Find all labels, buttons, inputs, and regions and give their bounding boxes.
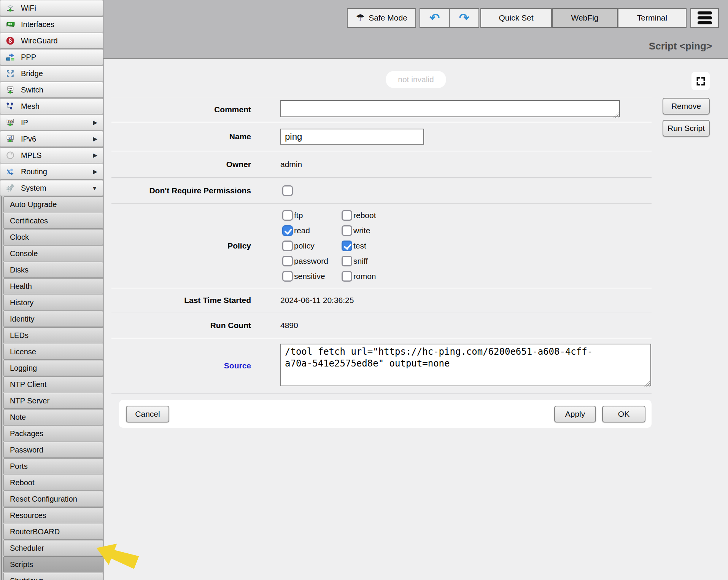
apply-button[interactable]: Apply: [554, 406, 596, 422]
policy-checkbox-write[interactable]: [342, 225, 352, 236]
policy-checkbox-read[interactable]: [282, 225, 293, 236]
sidebar-item-ppp[interactable]: PPP: [0, 49, 103, 65]
sidebar-item-scripts[interactable]: Scripts: [3, 556, 103, 572]
sidebar-item-reset-configuration[interactable]: Reset Configuration: [3, 491, 103, 507]
sidebar-item-label: WiFi: [21, 4, 36, 13]
policy-checkbox-label: test: [353, 241, 366, 250]
policy-option-sniff: sniff: [340, 255, 376, 267]
hamburger-icon: [698, 11, 712, 24]
sidebar-item-wifi[interactable]: WiFi: [0, 0, 103, 16]
redo-button[interactable]: ↷: [449, 9, 479, 27]
source-input[interactable]: [280, 344, 651, 386]
interfaces-icon: [6, 20, 15, 29]
sidebar-item-mpls[interactable]: MPLS▶: [0, 147, 103, 163]
sidebar-item-auto-upgrade[interactable]: Auto Upgrade: [3, 196, 103, 212]
dont-require-permissions-checkbox[interactable]: [282, 185, 293, 196]
sidebar-item-logging[interactable]: Logging: [3, 360, 103, 376]
menu-button[interactable]: [690, 8, 719, 28]
sidebar-item-clock[interactable]: Clock: [3, 229, 103, 245]
sidebar-item-password[interactable]: Password: [3, 442, 103, 458]
sidebar-item-history[interactable]: History: [3, 295, 103, 311]
sidebar-item-label: License: [10, 347, 36, 356]
undo-icon: ↶: [429, 12, 440, 24]
owner-label: Owner: [111, 160, 251, 169]
chevron-right-icon: ▶: [93, 168, 100, 175]
policy-checkbox-test[interactable]: [342, 241, 352, 251]
sidebar-item-ntp-client[interactable]: NTP Client: [3, 376, 103, 392]
sidebar-item-resources[interactable]: Resources: [3, 507, 103, 523]
policy-column-2: rebootwritetestsniffromon: [340, 209, 376, 282]
cancel-button[interactable]: Cancel: [126, 406, 169, 422]
sidebar-item-ipv6[interactable]: v6IPv6▶: [0, 131, 103, 147]
policy-option-policy: policy: [280, 239, 340, 252]
sidebar-item-ports[interactable]: Ports: [3, 458, 103, 474]
sidebar-item-routing[interactable]: Routing▶: [0, 164, 103, 180]
policy-option-ftp: ftp: [280, 209, 340, 221]
sidebar-item-label: Packages: [10, 429, 43, 438]
policy-checkbox-label: ftp: [294, 211, 303, 220]
policy-checkbox-policy[interactable]: [282, 241, 293, 251]
sidebar-system-submenu: Auto UpgradeCertificatesClockConsoleDisk…: [1, 196, 103, 580]
sidebar-item-reboot[interactable]: Reboot: [3, 475, 103, 491]
sidebar-item-switch[interactable]: Switch: [0, 82, 103, 98]
webfig-page: WiFiInterfacesWireGuardPPPBridgeSwitchMe…: [0, 0, 728, 580]
policy-checkbox-reboot[interactable]: [342, 210, 352, 221]
tab-webfig[interactable]: WebFig: [552, 8, 618, 28]
policy-option-reboot: reboot: [340, 209, 376, 221]
policy-checkbox-ftp[interactable]: [282, 210, 293, 221]
policy-checkbox-password[interactable]: [282, 256, 293, 266]
sidebar-item-wireguard[interactable]: WireGuard: [0, 33, 103, 49]
chevron-right-icon: ▶: [93, 135, 100, 142]
sidebar-item-leds[interactable]: LEDs: [3, 327, 103, 343]
sidebar-item-bridge[interactable]: Bridge: [0, 65, 103, 81]
sidebar-item-scheduler[interactable]: Scheduler: [3, 540, 103, 556]
policy-checkbox-sensitive[interactable]: [282, 271, 293, 282]
comment-input[interactable]: [280, 100, 620, 117]
sidebar-item-disks[interactable]: Disks: [3, 262, 103, 278]
sidebar-item-mesh[interactable]: Mesh: [0, 98, 103, 114]
tab-quick-set[interactable]: Quick Set: [480, 8, 552, 28]
sidebar-item-license[interactable]: License: [3, 344, 103, 360]
ip-icon: 255: [6, 118, 15, 127]
last-time-started-row: Last Time Started 2024-06-11 20:36:25: [111, 288, 652, 312]
policy-option-write: write: [340, 224, 376, 237]
sidebar-item-label: Scripts: [10, 560, 33, 569]
ppp-icon: [6, 53, 15, 62]
sidebar-item-routerboard[interactable]: RouterBOARD: [3, 524, 103, 540]
run-script-button[interactable]: Run Script: [663, 120, 710, 137]
sidebar-item-packages[interactable]: Packages: [3, 425, 103, 441]
wifi-icon: [6, 3, 15, 13]
name-input[interactable]: [280, 129, 424, 145]
sidebar-item-certificates[interactable]: Certificates: [3, 213, 103, 229]
name-label: Name: [111, 132, 251, 141]
policy-checkbox-romon[interactable]: [342, 271, 352, 282]
sidebar-item-label: Logging: [10, 364, 37, 373]
undo-button[interactable]: ↶: [420, 9, 449, 27]
script-form: Comment Name Owner admin Don't Require P…: [111, 97, 652, 394]
policy-option-romon: romon: [340, 270, 376, 282]
sidebar-item-note[interactable]: Note: [3, 409, 103, 425]
fullscreen-button[interactable]: [691, 72, 710, 90]
sidebar-item-system[interactable]: System▼: [0, 180, 103, 196]
sidebar-item-shutdown[interactable]: Shutdown: [3, 573, 103, 580]
redo-icon: ↷: [459, 12, 469, 24]
sidebar-item-label: Interfaces: [21, 20, 54, 29]
sidebar-item-label: RouterBOARD: [10, 527, 60, 536]
run-count-value: 4890: [280, 321, 298, 330]
safe-mode-button[interactable]: ☂ Safe Mode: [347, 8, 416, 28]
ok-button[interactable]: OK: [602, 406, 645, 422]
tab-terminal[interactable]: Terminal: [618, 8, 687, 28]
sidebar-item-identity[interactable]: Identity: [3, 311, 103, 327]
sidebar-item-ip[interactable]: 255IP▶: [0, 115, 103, 131]
sidebar-item-label: System: [21, 184, 46, 193]
sidebar-item-console[interactable]: Console: [3, 245, 103, 261]
sidebar-top-list: WiFiInterfacesWireGuardPPPBridgeSwitchMe…: [0, 0, 103, 196]
page-title: Script <ping>: [649, 40, 712, 52]
policy-checkbox-sniff[interactable]: [342, 256, 352, 266]
svg-text:255: 255: [8, 120, 13, 123]
sidebar-item-ntp-server[interactable]: NTP Server: [3, 393, 103, 409]
run-count-row: Run Count 4890: [111, 312, 652, 338]
remove-button[interactable]: Remove: [663, 98, 710, 115]
sidebar-item-health[interactable]: Health: [3, 278, 103, 294]
sidebar-item-interfaces[interactable]: Interfaces: [0, 16, 103, 32]
